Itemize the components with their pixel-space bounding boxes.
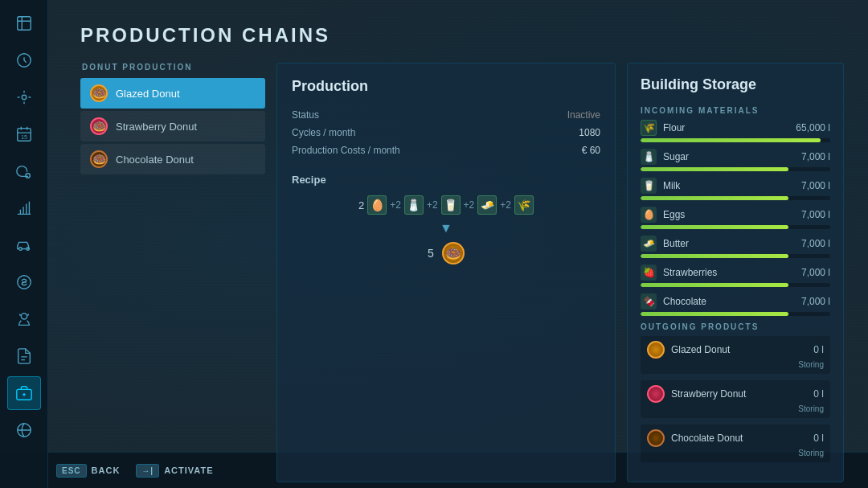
storage-flour: 🌾 Flour 65,000 l: [641, 120, 830, 142]
sidebar-item-minimap[interactable]: [7, 6, 41, 40]
butter-name: Butter: [663, 238, 689, 249]
chocolate-name: Chocolate: [663, 296, 706, 307]
outgoing-glazed-amount: 0 l: [813, 344, 824, 355]
butter-amount: 7,000 l: [801, 238, 830, 249]
outgoing-glazed-icon: [647, 341, 665, 359]
storage-sugar: 🧂 Sugar 7,000 l: [641, 149, 830, 171]
ingredient-amount-1: 2: [358, 199, 364, 211]
butter-bar: [641, 254, 830, 258]
outgoing-strawberry: Strawberry Donut 0 l Storing: [641, 380, 830, 418]
sidebar-item-calendar[interactable]: 15: [7, 117, 41, 151]
ingredient-icon-butter: 🧈: [477, 195, 497, 215]
chain-item-strawberry[interactable]: 🍩 Strawberry Donut: [80, 111, 265, 141]
butter-bar-fill: [641, 254, 788, 258]
svg-rect-0: [17, 17, 31, 31]
stat-cycles: Cycles / month 1080: [292, 125, 600, 140]
storage-strawberries: 🍓 Strawberries 7,000 l: [641, 265, 830, 287]
ingredient-plus-2: +2: [427, 199, 438, 211]
ingredient-icon-egg: 🥚: [367, 195, 387, 215]
eggs-amount: 7,000 l: [801, 209, 830, 220]
eggs-icon: 🥚: [641, 207, 657, 223]
stat-costs-label: Production Costs / month: [292, 145, 400, 156]
incoming-label: INCOMING MATERIALS: [641, 106, 830, 115]
chocolate-bar: [641, 312, 830, 316]
recipe-arrow: ▼: [292, 221, 600, 236]
ingredient-plus-3: +2: [464, 199, 475, 211]
storage-chocolate: 🍫 Chocolate 7,000 l: [641, 293, 830, 316]
sugar-name: Sugar: [663, 151, 689, 162]
storage-milk: 🥛 Milk 7,000 l: [641, 178, 830, 200]
milk-name: Milk: [663, 180, 680, 191]
stat-costs-value: € 60: [582, 145, 600, 156]
strawberries-bar: [641, 283, 830, 287]
sugar-bar: [641, 167, 830, 171]
outgoing-strawberry-icon: [647, 385, 665, 403]
output-icon-glazed: 🍩: [442, 242, 465, 265]
stat-cycles-value: 1080: [579, 127, 600, 138]
svg-point-5: [18, 248, 22, 251]
chain-item-glazed[interactable]: 🍩 Glazed Donut: [80, 78, 265, 109]
outgoing-strawberry-amount: 0 l: [813, 388, 824, 400]
main-content: PRODUCTION CHAINS DONUT PRODUCTION 🍩 Gla…: [48, 0, 868, 452]
sidebar-item-contracts[interactable]: [7, 339, 41, 373]
outgoing-chocolate: Chocolate Donut 0 l Storing: [641, 424, 830, 462]
outgoing-chocolate-icon: [647, 429, 665, 447]
chocolate-donut-icon: 🍩: [90, 150, 108, 168]
stat-status-label: Status: [292, 109, 319, 121]
eggs-name: Eggs: [663, 209, 685, 220]
svg-text:15: 15: [20, 133, 27, 141]
sidebar-item-stats[interactable]: [7, 191, 41, 225]
production-stats: Status Inactive Cycles / month 1080 Prod…: [292, 108, 600, 158]
output-amount: 5: [428, 247, 434, 260]
ingredient-icon-flour: 🌾: [514, 195, 534, 215]
strawberries-amount: 7,000 l: [801, 267, 830, 278]
stat-status-value: Inactive: [567, 109, 600, 121]
strawberries-icon: 🍓: [641, 265, 657, 281]
outgoing-strawberry-status: Storing: [647, 404, 824, 413]
outgoing-glazed-name: Glazed Donut: [671, 344, 730, 355]
sidebar-item-finances[interactable]: [7, 265, 41, 299]
chain-glazed-label: Glazed Donut: [116, 88, 180, 100]
outgoing-label: OUTGOING PRODUCTS: [641, 322, 830, 331]
flour-bar-fill: [641, 138, 821, 142]
sugar-icon: 🧂: [641, 149, 657, 165]
storage-title: Building Storage: [641, 76, 830, 93]
strawberries-name: Strawberries: [663, 267, 717, 278]
outgoing-glazed-status: Storing: [647, 360, 824, 369]
storage-butter: 🧈 Butter 7,000 l: [641, 236, 830, 258]
strawberries-bar-fill: [641, 283, 788, 287]
chain-strawberry-label: Strawberry Donut: [116, 121, 197, 133]
milk-bar-fill: [641, 196, 788, 200]
sidebar-item-animals[interactable]: [7, 302, 41, 336]
outgoing-glazed: Glazed Donut 0 l Storing: [641, 336, 830, 374]
outgoing-chocolate-status: Storing: [647, 449, 824, 457]
page-title: PRODUCTION CHAINS: [80, 24, 844, 47]
stat-status: Status Inactive: [292, 108, 600, 122]
ingredient-plus-1: +2: [390, 199, 401, 211]
recipe-section: Recipe 2 🥚 +2 🧂 +2 🥛 +2 🧈 +2 🌾 ▼ 5 🍩: [292, 174, 600, 265]
flour-icon: 🌾: [641, 120, 657, 136]
recipe-row: 2 🥚 +2 🧂 +2 🥛 +2 🧈 +2 🌾: [292, 195, 600, 215]
sidebar-item-farm[interactable]: [7, 80, 41, 114]
milk-icon: 🥛: [641, 178, 657, 194]
ingredient-plus-4: +2: [500, 199, 511, 211]
strawberry-donut-icon: 🍩: [90, 117, 108, 135]
sidebar: 15: [0, 0, 48, 488]
ingredient-icon-sugar: 🧂: [404, 195, 424, 215]
sidebar-item-vehicles[interactable]: [7, 228, 41, 262]
flour-name: Flour: [663, 122, 685, 133]
recipe-output: 5 🍩: [292, 242, 600, 265]
stat-cycles-label: Cycles / month: [292, 127, 355, 138]
outgoing-strawberry-name: Strawberry Donut: [671, 388, 746, 400]
sidebar-item-production[interactable]: [7, 376, 41, 410]
chain-item-chocolate[interactable]: 🍩 Chocolate Donut: [80, 144, 265, 174]
chains-section-label: DONUT PRODUCTION: [80, 63, 265, 72]
sidebar-item-weather[interactable]: [7, 154, 41, 188]
chocolate-bar-fill: [641, 312, 788, 316]
outgoing-chocolate-amount: 0 l: [813, 433, 824, 444]
flour-amount: 65,000 l: [796, 122, 830, 133]
sidebar-item-buildings[interactable]: [7, 43, 41, 77]
sidebar-item-map[interactable]: [7, 413, 41, 447]
panels-row: DONUT PRODUCTION 🍩 Glazed Donut 🍩 Strawb…: [80, 63, 844, 482]
sugar-amount: 7,000 l: [801, 151, 830, 162]
